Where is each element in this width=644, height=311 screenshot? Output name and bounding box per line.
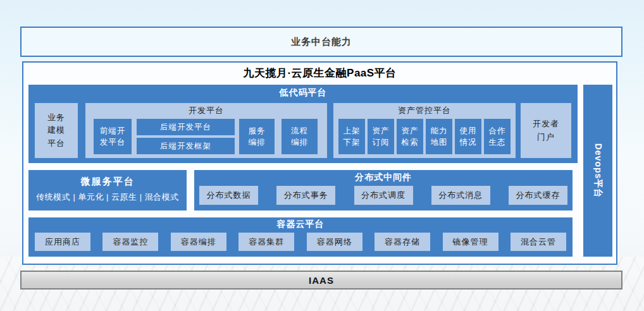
service-orch-line1: 服务 [249, 125, 266, 137]
backend-dev-platform: 后端开发平台 [137, 119, 235, 135]
container-items-row: 应用商店 容器监控 容器编排 容器集群 容器网络 容器存储 镜像管理 混合云管 [35, 233, 566, 251]
asset-item-line: 上架 [344, 125, 361, 137]
developer-portal-line1: 开发者 [533, 118, 559, 131]
middleware-item-transaction: 分布式事务 [276, 186, 335, 205]
microservice-platform-section: 微服务平台 传统模式 | 单元化 | 云原生 | 混合模式 [28, 170, 187, 210]
distributed-middleware-section: 分布式中间件 分布式数据 分布式事务 分布式调度 分布式消息 分布式缓存 [194, 170, 573, 210]
frontend-dev-line1: 前端开 [100, 125, 126, 137]
business-modeling-line3: 平台 [47, 137, 65, 150]
container-item-network: 容器网络 [307, 233, 362, 251]
dev-platform-group: 开发平台 前端开 发平台 后端开发平台 后端开发框架 服务 编排 流程 编排 [85, 103, 327, 158]
business-midplatform-label: 业务中台能力 [291, 36, 352, 48]
asset-item-line: 能力 [431, 125, 448, 137]
asset-item-subscribe: 资产 订阅 [368, 119, 394, 154]
asset-item-line: 资产 [373, 125, 390, 137]
process-orchestration: 流程 编排 [282, 119, 318, 154]
frontend-dev-line2: 发平台 [100, 137, 126, 148]
container-item-storage: 容器存储 [375, 233, 430, 251]
asset-control-platform-group: 资产管控平台 上架 下架 资产 订阅 资产 检索 能力 [333, 103, 516, 158]
asset-item-search: 资产 检索 [397, 119, 423, 154]
asset-item-line: 情况 [460, 137, 477, 148]
asset-item-shelf: 上架 下架 [338, 119, 365, 154]
iaas-layer-bar: IAAS [20, 271, 622, 290]
microservice-platform-subtitle: 传统模式 | 单元化 | 云原生 | 混合模式 [28, 192, 187, 203]
container-cloud-section: 容器云平台 应用商店 容器监控 容器编排 容器集群 容器网络 容器存储 镜像管理… [28, 217, 573, 257]
lowcode-platform-section: 低代码平台 业务 建模 平台 开发平台 前端开 发平台 后端开发平台 后端开发框… [28, 85, 578, 163]
asset-item-ecosystem: 合作 生态 [484, 119, 511, 154]
lowcode-platform-title: 低代码平台 [28, 87, 578, 99]
business-midplatform-banner: 业务中台能力 [20, 27, 622, 57]
middleware-item-data: 分布式数据 [199, 186, 258, 205]
backend-dev-platform-label: 后端开发平台 [160, 121, 211, 133]
asset-item-line: 生态 [489, 137, 506, 148]
developer-portal-line2: 门户 [537, 131, 555, 144]
microservice-platform-title: 微服务平台 [28, 176, 187, 188]
backend-dev-framework-label: 后端开发框架 [160, 140, 211, 152]
asset-item-usage: 使用 情况 [455, 119, 481, 154]
container-cloud-title: 容器云平台 [28, 219, 573, 230]
container-item-orchestration: 容器编排 [171, 233, 226, 251]
asset-item-capability-map: 能力 地图 [426, 119, 452, 154]
dev-platform-title: 开发平台 [85, 105, 327, 116]
devops-platform-bar: Devops平台 [583, 85, 612, 257]
service-orchestration: 服务 编排 [239, 119, 275, 154]
middleware-items-row: 分布式数据 分布式事务 分布式调度 分布式消息 分布式缓存 [199, 186, 567, 205]
business-modeling-line1: 业务 [47, 111, 65, 124]
business-modeling-line2: 建模 [47, 124, 65, 137]
container-item-hybrid-cloud: 混合云管 [511, 233, 566, 251]
frontend-dev-platform: 前端开 发平台 [94, 119, 132, 154]
asset-item-line: 订阅 [373, 137, 390, 148]
asset-item-line: 下架 [344, 137, 361, 148]
devops-platform-label: Devops平台 [592, 143, 604, 198]
asset-items-row: 上架 下架 资产 订阅 资产 检索 能力 地图 [338, 119, 511, 154]
middleware-item-scheduling: 分布式调度 [354, 186, 413, 205]
asset-item-line: 检索 [402, 137, 419, 148]
backend-dev-framework: 后端开发框架 [137, 138, 235, 154]
asset-item-line: 合作 [489, 125, 506, 137]
distributed-middleware-title: 分布式中间件 [194, 172, 573, 183]
middleware-item-message: 分布式消息 [431, 186, 490, 205]
container-item-cluster: 容器集群 [238, 233, 294, 251]
architecture-diagram: 业务中台能力 九天揽月·云原生金融PaaS平台 低代码平台 业务 建模 平台 开… [0, 0, 644, 311]
container-item-monitoring: 容器监控 [102, 233, 158, 251]
asset-item-line: 地图 [431, 137, 448, 148]
developer-portal: 开发者 门户 [521, 103, 571, 158]
asset-control-platform-title: 资产管控平台 [333, 105, 516, 116]
asset-item-line: 使用 [460, 125, 477, 137]
middleware-item-cache: 分布式缓存 [509, 186, 567, 205]
iaas-label: IAAS [309, 275, 334, 286]
container-item-app-store: 应用商店 [35, 233, 90, 251]
paas-platform-box: 九天揽月·云原生金融PaaS平台 低代码平台 业务 建模 平台 开发平台 前端开… [22, 61, 617, 265]
process-orch-line1: 流程 [291, 125, 308, 137]
paas-platform-title: 九天揽月·云原生金融PaaS平台 [23, 66, 616, 80]
business-modeling-platform: 业务 建模 平台 [35, 103, 78, 158]
service-orch-line2: 编排 [249, 137, 266, 148]
asset-item-line: 资产 [402, 125, 419, 137]
process-orch-line2: 编排 [291, 137, 308, 148]
container-item-image-mgmt: 镜像管理 [443, 233, 498, 251]
